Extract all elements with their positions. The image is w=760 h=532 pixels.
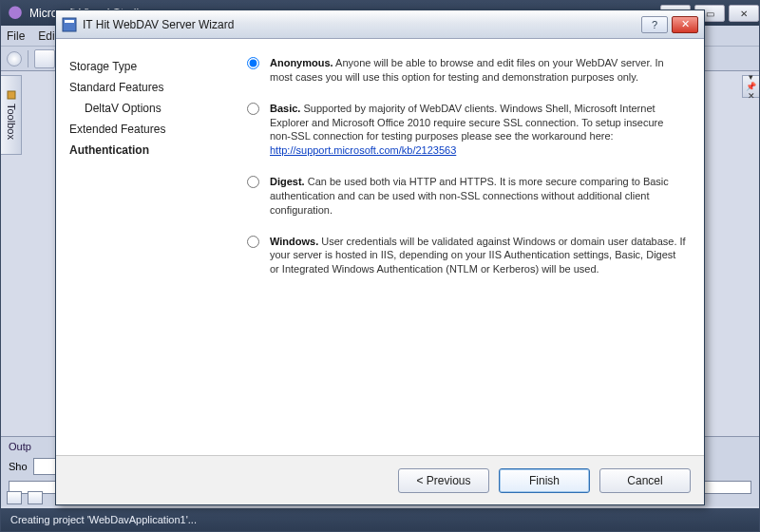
option-digest-name: Digest.: [270, 176, 305, 187]
menu-file[interactable]: File: [7, 29, 25, 43]
option-windows-text: Windows. User credentials will be valida…: [270, 235, 687, 277]
toolbar-separator: [28, 50, 28, 67]
option-basic-desc: Supported by majority of WebDAV clients.…: [270, 103, 663, 142]
drop-arrow-icon: ▾: [749, 73, 753, 81]
close-icon: ✕: [748, 92, 755, 100]
panel-icon-2[interactable]: [28, 491, 43, 504]
wizard-help-button[interactable]: ?: [641, 16, 668, 33]
nav-back-icon[interactable]: [7, 51, 22, 66]
right-autohide-tab[interactable]: ▾ 📌 ✕: [742, 75, 759, 98]
toolbar-button-1[interactable]: [34, 49, 55, 68]
wizard-dialog: IT Hit WebDAV Server Wizard ? ✕ Storage …: [55, 10, 705, 505]
wizard-main-pane: Anonymous. Anyone will be able to browse…: [231, 39, 704, 455]
option-digest-text: Digest. Can be used both via HTTP and HT…: [270, 175, 687, 218]
option-basic[interactable]: Basic. Supported by majority of WebDAV c…: [242, 102, 687, 158]
show-output-label: Sho: [9, 461, 28, 472]
option-windows-desc: User credentials will be validated again…: [270, 236, 686, 276]
option-basic-name: Basic.: [270, 103, 300, 114]
vs-logo-icon: [7, 5, 24, 22]
radio-basic[interactable]: [247, 103, 259, 115]
step-deltav-options[interactable]: DeltaV Options: [69, 98, 220, 119]
wizard-app-icon: [62, 17, 77, 32]
wizard-title: IT Hit WebDAV Server Wizard: [83, 18, 641, 31]
wizard-body: Storage Type Standard Features DeltaV Op…: [56, 39, 704, 455]
radio-digest[interactable]: [247, 176, 259, 188]
step-extended-features[interactable]: Extended Features: [69, 119, 220, 140]
status-text: Creating project 'WebDavApplication1'...: [10, 514, 197, 525]
toolbox-icon: [7, 90, 16, 100]
toolbox-tab[interactable]: Toolbox: [1, 75, 22, 155]
step-authentication[interactable]: Authentication: [69, 140, 220, 161]
option-anonymous[interactable]: Anonymous. Anyone will be able to browse…: [242, 56, 687, 85]
previous-button[interactable]: < Previous: [398, 468, 489, 493]
wizard-footer: < Previous Finish Cancel: [56, 455, 704, 504]
pin-icon: 📌: [746, 83, 756, 90]
wizard-close-button[interactable]: ✕: [672, 16, 698, 33]
vs-close-button[interactable]: ✕: [729, 5, 759, 22]
wizard-step-list: Storage Type Standard Features DeltaV Op…: [56, 39, 231, 455]
wizard-titlebar: IT Hit WebDAV Server Wizard ? ✕: [56, 10, 704, 39]
svg-rect-0: [8, 91, 15, 99]
option-digest[interactable]: Digest. Can be used both via HTTP and HT…: [242, 175, 687, 218]
toolbox-label: Toolbox: [6, 104, 17, 140]
menu-edit[interactable]: Edi: [38, 29, 54, 43]
option-windows[interactable]: Windows. User credentials will be valida…: [242, 235, 687, 277]
step-storage-type[interactable]: Storage Type: [69, 56, 220, 77]
option-anonymous-name: Anonymous.: [270, 57, 333, 68]
option-windows-name: Windows.: [270, 236, 318, 247]
radio-anonymous[interactable]: [247, 57, 259, 69]
option-anonymous-text: Anonymous. Anyone will be able to browse…: [270, 56, 687, 85]
step-standard-features[interactable]: Standard Features: [69, 77, 220, 98]
option-basic-text: Basic. Supported by majority of WebDAV c…: [270, 102, 687, 158]
option-digest-desc: Can be used both via HTTP and HTTPS. It …: [270, 176, 669, 216]
svg-rect-2: [65, 20, 74, 23]
vs-status-bar: Creating project 'WebDavApplication1'...: [1, 508, 759, 531]
option-basic-link[interactable]: http://support.microsoft.com/kb/2123563: [270, 144, 456, 156]
panel-icon-1[interactable]: [7, 491, 22, 504]
cancel-button[interactable]: Cancel: [599, 468, 691, 493]
radio-windows[interactable]: [247, 236, 259, 248]
finish-button[interactable]: Finish: [499, 468, 590, 493]
